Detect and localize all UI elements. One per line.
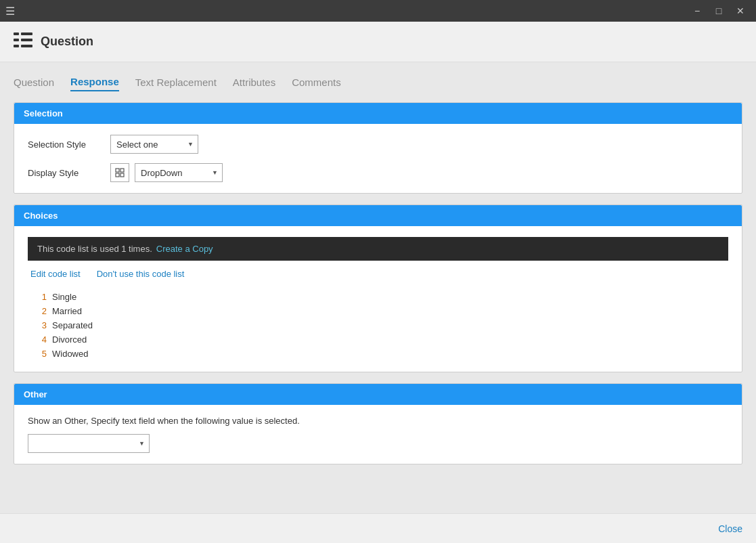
selection-style-select[interactable]: Select one Select many xyxy=(110,135,198,154)
tabs: Question Response Text Replacement Attri… xyxy=(14,73,742,91)
choice-number: 5 xyxy=(33,349,47,359)
create-copy-link[interactable]: Create a Copy xyxy=(156,244,213,254)
choice-item: 1 Single xyxy=(33,290,723,304)
header-icon xyxy=(14,32,32,51)
dont-use-code-list-link[interactable]: Don't use this code list xyxy=(97,269,185,279)
display-style-select[interactable]: DropDown Radio Buttons List Box xyxy=(135,163,223,182)
selection-section: Selection Selection Style Select one Sel… xyxy=(14,102,742,194)
choice-text: Married xyxy=(52,306,82,316)
choice-item: 3 Separated xyxy=(33,318,723,332)
banner-text: This code list is used 1 times. xyxy=(37,244,152,254)
other-select-wrapper xyxy=(28,434,150,453)
svg-rect-5 xyxy=(21,45,32,47)
choice-item: 5 Widowed xyxy=(33,347,723,361)
choices-section-header: Choices xyxy=(14,205,742,226)
choices-section-body: This code list is used 1 times. Create a… xyxy=(14,226,742,372)
choice-item: 2 Married xyxy=(33,304,723,318)
close-titlebar-button[interactable]: ✕ xyxy=(730,1,751,20)
other-section-body: Show an Other, Specify text field when t… xyxy=(14,405,742,464)
svg-rect-9 xyxy=(120,173,124,177)
tab-attributes[interactable]: Attributes xyxy=(233,74,275,91)
display-style-icon-btn[interactable] xyxy=(110,163,129,182)
code-list-banner: This code list is used 1 times. Create a… xyxy=(28,237,728,261)
svg-rect-2 xyxy=(14,39,19,41)
selection-section-body: Selection Style Select one Select many D… xyxy=(14,124,742,193)
choice-number: 3 xyxy=(33,320,47,330)
edit-code-list-link[interactable]: Edit code list xyxy=(30,269,81,279)
app-header: Question xyxy=(0,22,756,62)
svg-rect-3 xyxy=(21,39,32,41)
footer: Close xyxy=(0,513,756,543)
svg-rect-6 xyxy=(116,169,119,172)
selection-style-label: Selection Style xyxy=(28,139,102,150)
tab-comments[interactable]: Comments xyxy=(292,74,341,91)
svg-rect-8 xyxy=(120,169,124,172)
svg-rect-7 xyxy=(116,173,119,177)
selection-style-wrapper: Select one Select many xyxy=(110,135,198,154)
choices-section: Choices This code list is used 1 times. … xyxy=(14,204,742,372)
minimize-button[interactable]: − xyxy=(687,1,707,20)
app-title: Question xyxy=(41,35,93,49)
choice-text: Divorced xyxy=(52,334,87,345)
choice-number: 1 xyxy=(33,292,47,302)
selection-section-header: Selection xyxy=(14,103,742,124)
other-section-header: Other xyxy=(14,384,742,405)
display-style-row: Display Style DropDown Radio Bu xyxy=(28,163,728,182)
app-icon: ☰ xyxy=(5,5,15,18)
choice-list: 1 Single 2 Married 3 Separated 4 Divorce… xyxy=(28,290,728,361)
selection-style-row: Selection Style Select one Select many xyxy=(28,135,728,154)
svg-rect-1 xyxy=(21,32,32,35)
titlebar: ☰ − □ ✕ xyxy=(0,0,756,22)
other-value-select[interactable] xyxy=(28,434,150,453)
tab-text-replacement[interactable]: Text Replacement xyxy=(135,74,217,91)
choice-item: 4 Divorced xyxy=(33,332,723,347)
close-button[interactable]: Close xyxy=(718,523,742,534)
tab-response[interactable]: Response xyxy=(70,73,119,91)
display-style-select-wrapper: DropDown Radio Buttons List Box xyxy=(135,163,223,182)
code-list-actions: Edit code list Don't use this code list xyxy=(28,269,728,279)
choice-number: 2 xyxy=(33,306,47,316)
choice-text: Single xyxy=(52,292,76,302)
choice-text: Widowed xyxy=(52,349,88,359)
maximize-button[interactable]: □ xyxy=(709,1,729,20)
display-style-controls: DropDown Radio Buttons List Box xyxy=(110,163,223,182)
display-style-label: Display Style xyxy=(28,168,102,178)
titlebar-left: ☰ xyxy=(5,5,15,18)
other-section: Other Show an Other, Specify text field … xyxy=(14,383,742,464)
tab-question[interactable]: Question xyxy=(14,74,54,91)
svg-rect-0 xyxy=(14,32,19,35)
other-description: Show an Other, Specify text field when t… xyxy=(28,416,728,426)
main-content: Question Response Text Replacement Attri… xyxy=(0,62,756,513)
choice-number: 4 xyxy=(33,334,47,345)
titlebar-controls: − □ ✕ xyxy=(687,1,751,20)
choice-text: Separated xyxy=(52,320,93,330)
svg-rect-4 xyxy=(14,45,19,47)
